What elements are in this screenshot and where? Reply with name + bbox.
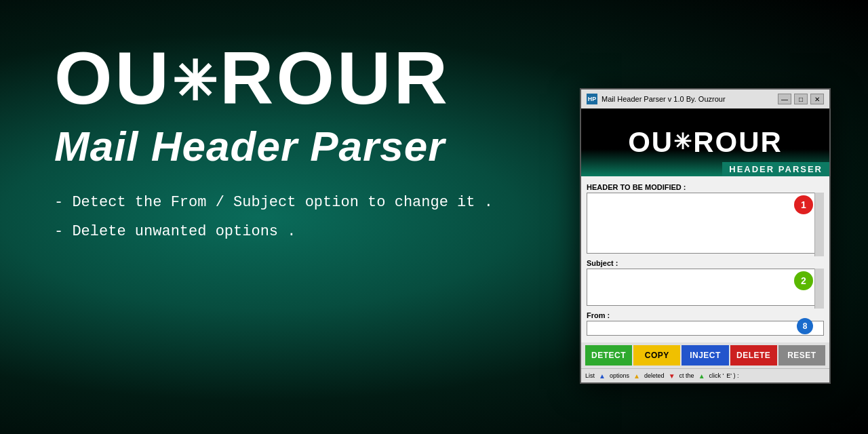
desc-line-2: - Delete unwanted options . <box>54 220 502 243</box>
instruction-click: click ' <box>709 372 724 379</box>
title-bar-controls: — □ ✕ <box>778 94 824 104</box>
header-textarea[interactable] <box>587 193 824 254</box>
header-subtitle: HEADER PARSER <box>722 162 829 176</box>
step2-badge: 2 <box>794 271 813 290</box>
arrow-down-red-icon: ▼ <box>667 371 677 380</box>
step8-badge: 8 <box>797 318 813 334</box>
app-header: OU✳ROUR HEADER PARSER <box>581 108 829 176</box>
from-input[interactable] <box>587 321 824 336</box>
subject-scrollbar[interactable] <box>814 269 824 309</box>
header-logo: OU✳ROUR <box>628 126 783 159</box>
app-title: Mail Header Parser <box>54 122 502 170</box>
arrow-up-yellow-icon: ▲ <box>632 371 642 380</box>
instruction-options: options <box>610 372 629 379</box>
reset-button[interactable]: RESET <box>778 345 825 366</box>
title-bar-text: Mail Header Parser v 1.0 By. Ouzrour <box>601 95 774 103</box>
close-button[interactable]: ✕ <box>810 94 824 104</box>
form-area: HEADER TO BE MODIFIED : 1 Subject : 2 Fr… <box>581 176 829 342</box>
from-label: From : <box>587 311 824 319</box>
subject-label: Subject : <box>587 259 824 267</box>
title-bar-icon: HP <box>587 94 597 104</box>
from-field-wrapper: 8 <box>587 321 824 336</box>
buttons-row: DETECT COPY INJECT DELETE RESET <box>581 342 829 368</box>
instruction-deleted: deleted <box>644 372 665 379</box>
instruction-row: List ▲ options ▲ deleted ▼ ct the ▲ clic… <box>581 368 829 382</box>
detect-button[interactable]: DETECT <box>585 345 632 366</box>
description: - Detect the From / Subject option to ch… <box>54 191 502 243</box>
instruction-ct: ct the <box>679 372 694 379</box>
instruction-list: List <box>585 372 595 379</box>
header-scrollbar[interactable] <box>814 193 824 256</box>
minimize-button[interactable]: — <box>778 94 791 104</box>
left-panel: OU✳ROUR Mail Header Parser - Detect the … <box>54 41 502 249</box>
desc-line-1: - Detect the From / Subject option to ch… <box>54 191 502 214</box>
arrow-up-blue-icon: ▲ <box>597 371 607 380</box>
header-field-wrapper: 1 <box>587 193 824 256</box>
app-window: HP Mail Header Parser v 1.0 By. Ouzrour … <box>580 88 831 384</box>
subject-field-wrapper: 2 <box>587 269 824 309</box>
instruction-te: E' ) : <box>726 372 738 379</box>
maximize-button[interactable]: □ <box>794 94 808 104</box>
arrow-up-green-icon: ▲ <box>697 371 707 380</box>
copy-button[interactable]: COPY <box>633 345 680 366</box>
title-bar: HP Mail Header Parser v 1.0 By. Ouzrour … <box>581 90 829 108</box>
inject-button[interactable]: INJECT <box>682 345 728 366</box>
subject-textarea[interactable] <box>587 269 824 306</box>
delete-button[interactable]: DELETE <box>730 345 777 366</box>
header-label: HEADER TO BE MODIFIED : <box>587 183 824 191</box>
brand-logo: OU✳ROUR <box>54 41 502 115</box>
step1-badge: 1 <box>794 195 813 214</box>
